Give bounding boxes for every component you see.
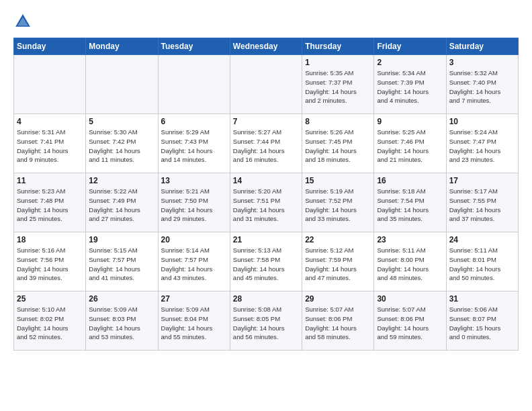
weekday-header-tuesday: Tuesday bbox=[158, 38, 230, 55]
calendar-cell: 19Sunrise: 5:15 AM Sunset: 7:57 PM Dayli… bbox=[86, 232, 158, 291]
day-info: Sunrise: 5:14 AM Sunset: 7:57 PM Dayligh… bbox=[161, 246, 227, 283]
calendar-cell: 20Sunrise: 5:14 AM Sunset: 7:57 PM Dayli… bbox=[158, 232, 230, 291]
calendar-cell: 2Sunrise: 5:34 AM Sunset: 7:39 PM Daylig… bbox=[374, 55, 446, 114]
calendar-table: SundayMondayTuesdayWednesdayThursdayFrid… bbox=[13, 38, 519, 351]
day-number: 7 bbox=[233, 117, 299, 126]
weekday-header-sunday: Sunday bbox=[14, 38, 86, 55]
calendar-cell: 8Sunrise: 5:26 AM Sunset: 7:45 PM Daylig… bbox=[302, 114, 374, 173]
weekday-header-monday: Monday bbox=[86, 38, 158, 55]
calendar-cell: 30Sunrise: 5:07 AM Sunset: 8:06 PM Dayli… bbox=[374, 291, 446, 351]
calendar-cell: 22Sunrise: 5:12 AM Sunset: 7:59 PM Dayli… bbox=[302, 232, 374, 291]
day-number: 1 bbox=[305, 58, 371, 67]
weekday-header-thursday: Thursday bbox=[302, 38, 374, 55]
day-number: 11 bbox=[17, 176, 83, 185]
day-info: Sunrise: 5:16 AM Sunset: 7:56 PM Dayligh… bbox=[17, 246, 83, 283]
calendar-cell: 27Sunrise: 5:09 AM Sunset: 8:04 PM Dayli… bbox=[158, 291, 230, 351]
day-info: Sunrise: 5:12 AM Sunset: 7:59 PM Dayligh… bbox=[305, 246, 371, 283]
day-info: Sunrise: 5:30 AM Sunset: 7:42 PM Dayligh… bbox=[89, 128, 154, 165]
day-number: 8 bbox=[305, 117, 371, 126]
day-info: Sunrise: 5:26 AM Sunset: 7:45 PM Dayligh… bbox=[305, 128, 371, 165]
day-info: Sunrise: 5:31 AM Sunset: 7:41 PM Dayligh… bbox=[17, 128, 83, 165]
calendar-cell: 23Sunrise: 5:11 AM Sunset: 8:00 PM Dayli… bbox=[374, 232, 446, 291]
day-info: Sunrise: 5:08 AM Sunset: 8:05 PM Dayligh… bbox=[233, 305, 299, 342]
day-number: 30 bbox=[377, 294, 443, 304]
day-info: Sunrise: 5:19 AM Sunset: 7:52 PM Dayligh… bbox=[305, 187, 371, 224]
day-info: Sunrise: 5:25 AM Sunset: 7:46 PM Dayligh… bbox=[377, 128, 443, 165]
day-info: Sunrise: 5:18 AM Sunset: 7:54 PM Dayligh… bbox=[377, 187, 443, 224]
day-info: Sunrise: 5:34 AM Sunset: 7:39 PM Dayligh… bbox=[377, 68, 443, 105]
calendar-cell: 6Sunrise: 5:29 AM Sunset: 7:43 PM Daylig… bbox=[158, 114, 230, 173]
week-row-4: 18Sunrise: 5:16 AM Sunset: 7:56 PM Dayli… bbox=[14, 232, 519, 291]
day-info: Sunrise: 5:29 AM Sunset: 7:43 PM Dayligh… bbox=[161, 128, 227, 165]
page: SundayMondayTuesdayWednesdayThursdayFrid… bbox=[0, 0, 532, 360]
day-number: 31 bbox=[449, 294, 515, 304]
weekday-header-friday: Friday bbox=[374, 38, 446, 55]
day-info: Sunrise: 5:27 AM Sunset: 7:44 PM Dayligh… bbox=[233, 128, 299, 165]
day-info: Sunrise: 5:35 AM Sunset: 7:37 PM Dayligh… bbox=[305, 68, 371, 105]
day-number: 14 bbox=[233, 176, 299, 185]
day-number: 9 bbox=[377, 117, 443, 126]
calendar-cell bbox=[158, 55, 230, 114]
calendar-cell bbox=[14, 55, 86, 114]
day-number: 4 bbox=[17, 117, 83, 126]
header bbox=[13, 12, 519, 31]
calendar-cell bbox=[86, 55, 158, 114]
day-info: Sunrise: 5:06 AM Sunset: 8:07 PM Dayligh… bbox=[449, 305, 515, 342]
day-info: Sunrise: 5:32 AM Sunset: 7:40 PM Dayligh… bbox=[449, 68, 515, 105]
day-number: 26 bbox=[89, 294, 154, 304]
day-number: 2 bbox=[377, 58, 443, 67]
week-row-3: 11Sunrise: 5:23 AM Sunset: 7:48 PM Dayli… bbox=[14, 173, 519, 232]
calendar-cell: 16Sunrise: 5:18 AM Sunset: 7:54 PM Dayli… bbox=[374, 173, 446, 232]
calendar-cell: 26Sunrise: 5:09 AM Sunset: 8:03 PM Dayli… bbox=[86, 291, 158, 351]
day-number: 16 bbox=[377, 176, 443, 185]
day-number: 24 bbox=[449, 235, 515, 244]
day-info: Sunrise: 5:21 AM Sunset: 7:50 PM Dayligh… bbox=[161, 187, 227, 224]
day-info: Sunrise: 5:22 AM Sunset: 7:49 PM Dayligh… bbox=[89, 187, 154, 224]
calendar-cell: 21Sunrise: 5:13 AM Sunset: 7:58 PM Dayli… bbox=[230, 232, 302, 291]
day-number: 10 bbox=[449, 117, 515, 126]
calendar-cell: 1Sunrise: 5:35 AM Sunset: 7:37 PM Daylig… bbox=[302, 55, 374, 114]
calendar-cell: 14Sunrise: 5:20 AM Sunset: 7:51 PM Dayli… bbox=[230, 173, 302, 232]
day-info: Sunrise: 5:23 AM Sunset: 7:48 PM Dayligh… bbox=[17, 187, 83, 224]
day-number: 6 bbox=[161, 117, 227, 126]
calendar-cell: 9Sunrise: 5:25 AM Sunset: 7:46 PM Daylig… bbox=[374, 114, 446, 173]
calendar-cell: 13Sunrise: 5:21 AM Sunset: 7:50 PM Dayli… bbox=[158, 173, 230, 232]
calendar-cell: 25Sunrise: 5:10 AM Sunset: 8:02 PM Dayli… bbox=[14, 291, 86, 351]
day-number: 19 bbox=[89, 235, 154, 244]
calendar-cell: 17Sunrise: 5:17 AM Sunset: 7:55 PM Dayli… bbox=[446, 173, 518, 232]
calendar-cell: 24Sunrise: 5:11 AM Sunset: 8:01 PM Dayli… bbox=[446, 232, 518, 291]
day-number: 12 bbox=[89, 176, 154, 185]
day-number: 27 bbox=[161, 294, 227, 304]
calendar-cell bbox=[230, 55, 302, 114]
calendar-cell: 10Sunrise: 5:24 AM Sunset: 7:47 PM Dayli… bbox=[446, 114, 518, 173]
day-number: 17 bbox=[449, 176, 515, 185]
day-number: 29 bbox=[305, 294, 371, 304]
calendar-cell: 12Sunrise: 5:22 AM Sunset: 7:49 PM Dayli… bbox=[86, 173, 158, 232]
calendar-cell: 31Sunrise: 5:06 AM Sunset: 8:07 PM Dayli… bbox=[446, 291, 518, 351]
week-row-5: 25Sunrise: 5:10 AM Sunset: 8:02 PM Dayli… bbox=[14, 291, 519, 351]
day-number: 22 bbox=[305, 235, 371, 244]
day-number: 13 bbox=[161, 176, 227, 185]
day-number: 23 bbox=[377, 235, 443, 244]
day-info: Sunrise: 5:09 AM Sunset: 8:04 PM Dayligh… bbox=[161, 305, 227, 342]
week-row-2: 4Sunrise: 5:31 AM Sunset: 7:41 PM Daylig… bbox=[14, 114, 519, 173]
day-info: Sunrise: 5:24 AM Sunset: 7:47 PM Dayligh… bbox=[449, 128, 515, 165]
day-number: 28 bbox=[233, 294, 299, 304]
logo bbox=[13, 12, 35, 31]
weekday-header-row: SundayMondayTuesdayWednesdayThursdayFrid… bbox=[14, 38, 519, 55]
day-info: Sunrise: 5:17 AM Sunset: 7:55 PM Dayligh… bbox=[449, 187, 515, 224]
calendar-cell: 29Sunrise: 5:07 AM Sunset: 8:06 PM Dayli… bbox=[302, 291, 374, 351]
calendar-cell: 15Sunrise: 5:19 AM Sunset: 7:52 PM Dayli… bbox=[302, 173, 374, 232]
weekday-header-saturday: Saturday bbox=[446, 38, 518, 55]
calendar-cell: 4Sunrise: 5:31 AM Sunset: 7:41 PM Daylig… bbox=[14, 114, 86, 173]
weekday-header-wednesday: Wednesday bbox=[230, 38, 302, 55]
day-info: Sunrise: 5:10 AM Sunset: 8:02 PM Dayligh… bbox=[17, 305, 83, 342]
calendar-cell: 28Sunrise: 5:08 AM Sunset: 8:05 PM Dayli… bbox=[230, 291, 302, 351]
day-number: 21 bbox=[233, 235, 299, 244]
day-number: 15 bbox=[305, 176, 371, 185]
calendar-cell: 11Sunrise: 5:23 AM Sunset: 7:48 PM Dayli… bbox=[14, 173, 86, 232]
day-number: 25 bbox=[17, 294, 83, 304]
day-number: 5 bbox=[89, 117, 154, 126]
day-info: Sunrise: 5:13 AM Sunset: 7:58 PM Dayligh… bbox=[233, 246, 299, 283]
day-info: Sunrise: 5:15 AM Sunset: 7:57 PM Dayligh… bbox=[89, 246, 154, 283]
